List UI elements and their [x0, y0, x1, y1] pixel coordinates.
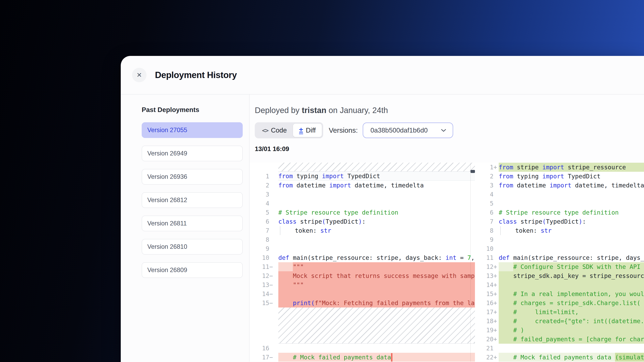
- code-token: ,: [471, 253, 474, 262]
- code-line: from typing import TypedDict: [278, 172, 475, 181]
- desktop-background: ✕ Deployment History Past Deployments Ve…: [0, 0, 644, 362]
- diff-pane-old[interactable]: 1from typing import TypedDict2from datet…: [250, 163, 475, 362]
- diff-row: 6# Stripe resource type definition: [481, 208, 644, 217]
- code-token: [499, 326, 513, 335]
- diff-sign: −: [269, 271, 274, 280]
- code-token: [278, 271, 293, 280]
- code-token: (simulated: [615, 353, 644, 362]
- diff-sign: [494, 226, 498, 235]
- version-list-item[interactable]: Version 26810: [142, 239, 243, 255]
- word-diff-caret: [391, 353, 392, 362]
- diff-row: 2from typing import TypedDict: [481, 172, 644, 181]
- diff-row: [250, 163, 475, 172]
- diff-row: 13− """: [250, 280, 475, 289]
- line-number: 19: [481, 326, 494, 335]
- line-number: 4: [481, 190, 494, 199]
- code-token: print(: [293, 299, 314, 308]
- code-token: # failed_payments = [charge for charge: [513, 335, 644, 344]
- diff-sign: [269, 181, 274, 190]
- line-number: 11: [481, 253, 494, 262]
- code-token: (: [322, 217, 326, 226]
- code-token: stripe: [296, 217, 322, 226]
- version-list-item[interactable]: Version 26812: [142, 192, 243, 208]
- diff-row: 3from datetime import datetime, timedelt…: [481, 181, 644, 190]
- code-token: main(stripe_ressource: stripe, days_ba: [510, 253, 644, 262]
- code-token: stripe: [513, 163, 542, 172]
- version-list-item[interactable]: Version 26949: [142, 146, 243, 161]
- diff-pane-new[interactable]: 1+from stripe import stripe_ressource2fr…: [481, 163, 644, 362]
- diff-row: 16: [250, 344, 475, 353]
- code-line: # In a real implementation, you would: [499, 289, 644, 299]
- diff-sign: −: [269, 353, 274, 362]
- diff-row: 5: [481, 199, 644, 208]
- line-number: 14: [481, 280, 494, 289]
- code-token: import: [322, 172, 344, 181]
- code-line: class stripe(TypedDict):: [278, 217, 475, 226]
- tab-code[interactable]: <> Code: [256, 123, 293, 137]
- diff-sign: −: [269, 289, 274, 299]
- line-number: 6: [250, 217, 269, 226]
- close-button[interactable]: ✕: [132, 68, 146, 82]
- code-token: datetime, timedelta: [351, 181, 424, 190]
- scrollbar-thumb[interactable]: [470, 170, 475, 173]
- version-list-item[interactable]: Version 26809: [142, 262, 243, 278]
- code-line: [499, 344, 644, 353]
- code-line: class stripe(TypedDict):: [499, 217, 644, 226]
- code-token: typing: [513, 172, 542, 181]
- code-line: # limit=limit,: [499, 308, 644, 317]
- close-icon: ✕: [137, 71, 142, 79]
- line-number: 17: [250, 353, 269, 362]
- diff-row: 7class stripe(TypedDict):: [481, 217, 644, 226]
- code-token: ): [578, 217, 582, 226]
- deployment-timestamp: 13/01 16:09: [255, 145, 644, 153]
- diff-sign: [494, 181, 498, 190]
- diff-row: 9: [481, 235, 644, 244]
- code-line: [278, 289, 475, 299]
- code-token: main(stripe_ressource: stripe, days_back…: [289, 253, 446, 262]
- code-token: class: [499, 217, 517, 226]
- line-number: 1: [250, 172, 269, 181]
- code-line: [278, 344, 475, 353]
- code-token: # Configure Stripe SDK with the API ke: [513, 262, 644, 271]
- code-line: [499, 280, 644, 289]
- version-dropdown[interactable]: 0a38b500daf1b6d0: [363, 122, 453, 138]
- modal-header: ✕ Deployment History: [121, 56, 644, 94]
- diff-row: [250, 308, 475, 344]
- code-line: # Mock failed payments data: [278, 353, 475, 362]
- code-line: [499, 190, 644, 199]
- diff-row: 12− Mock script that returns success mes…: [250, 271, 475, 280]
- diff-sign: [269, 163, 274, 172]
- line-number: 15: [481, 289, 494, 299]
- code-token: :: [362, 217, 366, 226]
- code-line: # Configure Stripe SDK with the API ke: [499, 262, 644, 271]
- code-token: datetime: [293, 181, 329, 190]
- tab-diff[interactable]: ± Diff: [293, 123, 322, 137]
- code-line: [499, 235, 644, 244]
- code-line: # created={"gte": int((datetime.no: [499, 317, 644, 326]
- version-list-item[interactable]: Version 26811: [142, 216, 243, 231]
- diff-row: 11def main(stripe_ressource: stripe, day…: [481, 253, 644, 262]
- line-number: 16: [481, 299, 494, 308]
- versions-label: Versions:: [329, 126, 358, 134]
- diff-sign: +: [494, 326, 498, 335]
- code-token: [499, 289, 513, 299]
- line-number: 9: [250, 244, 269, 253]
- diff-sign: +: [494, 308, 498, 317]
- version-list-item[interactable]: Version 27055: [142, 122, 243, 138]
- code-line: # Stripe resource type definition: [278, 208, 475, 217]
- diff-view: 1from typing import TypedDict2from datet…: [250, 163, 644, 362]
- code-line: [278, 163, 475, 172]
- diff-sign: +: [494, 299, 498, 308]
- line-number: 12: [250, 271, 269, 280]
- page-title: Deployment History: [155, 70, 237, 80]
- code-line: token: str: [278, 226, 475, 235]
- diff-sign: +: [494, 353, 498, 362]
- code-line: print(f"Mock: Fetching failed payments f…: [278, 299, 475, 308]
- diff-row: 10def main(stripe_ressource: stripe, day…: [250, 253, 475, 262]
- version-list-item[interactable]: Version 26936: [142, 169, 243, 185]
- diff-sign: [269, 308, 274, 344]
- diff-row: 1from typing import TypedDict: [250, 172, 475, 181]
- diff-sign: [494, 244, 498, 253]
- deployment-history-modal: ✕ Deployment History Past Deployments Ve…: [121, 56, 644, 362]
- line-number: [250, 163, 269, 172]
